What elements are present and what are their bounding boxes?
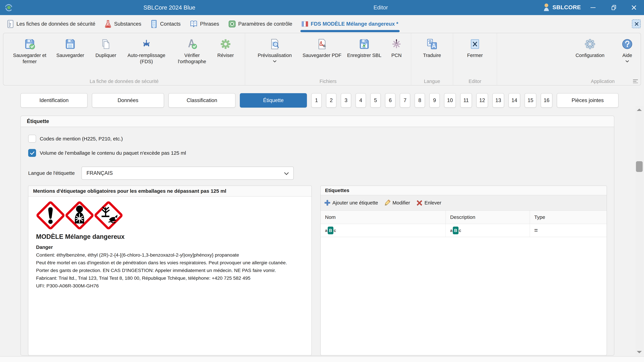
nav-label: Paramètres de contrôle: [238, 21, 292, 27]
labels-grid-header: Nom Description Type: [321, 211, 606, 224]
autofill-fds-button[interactable]: Auto-remplissage (FDS): [122, 37, 171, 77]
duplicate-button[interactable]: Dupliquer: [92, 37, 120, 77]
tab-classification[interactable]: Classification: [168, 93, 236, 108]
button-label: Aide: [622, 52, 632, 58]
configuration-button[interactable]: Configuration: [566, 37, 614, 77]
restore-button[interactable]: [608, 0, 620, 15]
tab-section-11[interactable]: 11: [460, 93, 472, 108]
sds-list-icon: [7, 20, 14, 28]
nav-item-substances[interactable]: Substances: [105, 15, 141, 33]
tab-donnees[interactable]: Données: [92, 93, 164, 108]
save-sbl-icon: [359, 38, 370, 50]
nav-item-control-params[interactable]: Paramètres de contrôle: [228, 15, 292, 33]
revise-button[interactable]: Réviser: [213, 37, 238, 77]
help-button[interactable]: Aide: [615, 37, 639, 77]
filter-nom-cell[interactable]: aBc: [321, 224, 446, 237]
button-label: Sauvegarder et fermer: [10, 52, 49, 65]
text-filter-icon: aBc: [450, 227, 461, 234]
volume-checkbox[interactable]: [28, 149, 36, 157]
tab-identification[interactable]: Identification: [20, 93, 88, 108]
label-product-name: MODÈLE Mélange dangereux: [36, 233, 304, 240]
pcn-button[interactable]: PCN: [386, 37, 407, 77]
tab-section-14[interactable]: 14: [508, 93, 520, 108]
configuration-gear-icon: [584, 38, 596, 50]
scroll-up-arrow-icon[interactable]: [637, 109, 642, 111]
ribbon-options-icon[interactable]: [633, 79, 638, 83]
tab-section-4[interactable]: 4: [356, 93, 366, 108]
tab-section-12[interactable]: 12: [476, 93, 488, 108]
remove-label-button[interactable]: Enlever: [416, 200, 441, 206]
app-title: SBLCore 2024 Blue: [144, 0, 195, 15]
tab-section-9[interactable]: 9: [429, 93, 440, 108]
nav-label: Contacts: [160, 21, 180, 27]
preview-icon: [269, 38, 280, 50]
labels-panel: Etiquettes Ajouter une étiquette Modifie…: [320, 186, 607, 356]
tab-section-1[interactable]: 1: [311, 93, 322, 108]
label-manufacturer-line: Fabricant: Trial ltd., Trial 123, Trial …: [36, 274, 304, 282]
nav-item-phrases[interactable]: Phrases: [190, 15, 219, 33]
tab-section-7[interactable]: 7: [400, 93, 410, 108]
chevron-down-icon: [284, 172, 289, 175]
tab-section-10[interactable]: 10: [444, 93, 456, 108]
vertical-scrollbar[interactable]: [635, 106, 643, 356]
tab-section-15[interactable]: 15: [524, 93, 536, 108]
scroll-down-arrow-icon[interactable]: [637, 351, 642, 353]
label-language-label: Langue de l'étiquette: [28, 170, 75, 176]
revise-gear-icon: [220, 38, 231, 50]
nav-label: Phrases: [200, 21, 219, 27]
tab-section-2[interactable]: 2: [326, 93, 336, 108]
button-label: PCN: [391, 52, 402, 58]
ghs08-health-hazard-pictogram-icon: [65, 201, 94, 230]
close-document-tab-button[interactable]: [632, 19, 641, 28]
close-window-button[interactable]: [628, 0, 640, 15]
column-header-description[interactable]: Description: [446, 211, 530, 224]
user-account-button[interactable]: SBLCORE: [543, 3, 581, 11]
tab-section-16[interactable]: 16: [541, 93, 552, 108]
ribbon-group-label: Langue: [411, 79, 453, 84]
book-icon: [190, 20, 198, 28]
filter-description-cell[interactable]: aBc: [446, 224, 530, 237]
tab-section-13[interactable]: 13: [492, 93, 504, 108]
label-language-select[interactable]: FRANÇAIS: [82, 167, 294, 180]
spellcheck-button[interactable]: Vérifier l'orthographe: [172, 37, 212, 77]
scrollbar-thumb[interactable]: [636, 161, 643, 172]
column-header-nom[interactable]: Nom: [321, 211, 446, 224]
add-label-button[interactable]: Ajouter une étiquette: [324, 200, 378, 206]
document-tab-label: FDS MODÈLE Mélange dangereux *: [311, 21, 398, 27]
equals-filter-icon: =: [534, 228, 538, 233]
tab-section-8[interactable]: 8: [414, 93, 425, 108]
label-preview-title: Mentions d'étiquetage obligatoires pour …: [28, 186, 312, 197]
user-name: SBLCORE: [552, 4, 581, 10]
preview-button[interactable]: Prévisualisation: [250, 37, 300, 77]
button-label: Sauvegarder: [56, 52, 84, 58]
translate-button[interactable]: Traduire: [414, 37, 450, 77]
close-icon: [634, 22, 638, 26]
restore-icon: [612, 5, 616, 10]
close-editor-button[interactable]: Fermer: [459, 37, 491, 77]
ribbon-group-application: Configuration Aide Application: [565, 33, 641, 85]
minimize-button[interactable]: [587, 0, 600, 15]
tab-section-6[interactable]: 6: [385, 93, 396, 108]
tab-section-5[interactable]: 5: [370, 93, 381, 108]
duplicate-icon: [100, 38, 111, 50]
app-logo-icon: [4, 2, 14, 13]
mention-codes-checkbox[interactable]: [28, 135, 36, 143]
edit-label-button[interactable]: Modifier: [384, 200, 410, 206]
volume-row: Volume de l'emballage le contenu du paqu…: [28, 149, 614, 157]
document-tab-active[interactable]: FDS MODÈLE Mélange dangereux *: [302, 15, 398, 33]
nav-item-sds-list[interactable]: Les fiches de données de sécurité: [7, 15, 95, 33]
nav-item-contacts[interactable]: Contacts: [150, 15, 180, 33]
button-label: Sauvegarder PDF: [302, 52, 342, 58]
save-button[interactable]: Sauvegarder: [51, 37, 90, 77]
save-sbl-button[interactable]: Enregistrer SBL: [344, 37, 384, 77]
save-pdf-button[interactable]: Sauvegarder PDF: [302, 37, 342, 77]
label-language-row: Langue de l'étiquette FRANÇAIS: [28, 167, 614, 180]
pcn-icon: [391, 38, 402, 50]
column-header-type[interactable]: Type: [530, 211, 606, 224]
french-flag-icon: [302, 21, 308, 27]
tab-attachments[interactable]: Pièces jointes: [557, 93, 618, 108]
save-and-close-button[interactable]: Sauvegarder et fermer: [10, 37, 49, 77]
tab-section-3[interactable]: 3: [341, 93, 351, 108]
filter-type-cell[interactable]: =: [530, 224, 606, 237]
tab-etiquette-active[interactable]: Étiquette: [240, 93, 307, 108]
